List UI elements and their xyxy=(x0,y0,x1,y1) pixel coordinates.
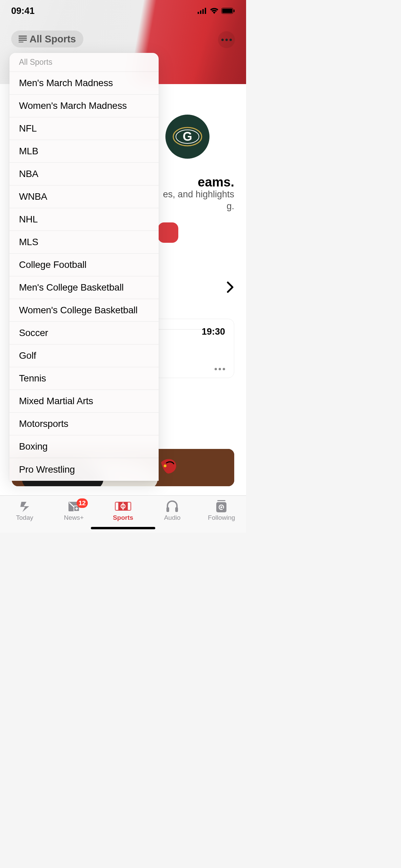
sport-item[interactable]: Pro Wrestling xyxy=(9,458,159,481)
newsplus-badge: 12 xyxy=(77,498,88,508)
sport-item[interactable]: Boxing xyxy=(9,435,159,458)
status-time: 09:41 xyxy=(11,6,35,16)
svg-rect-6 xyxy=(234,9,235,12)
svg-rect-21 xyxy=(116,502,118,510)
promo-cta-button[interactable] xyxy=(158,222,178,243)
all-sports-label: All Sports xyxy=(29,34,76,45)
status-bar: 09:41 xyxy=(0,0,246,22)
sports-dropdown: All Sports Men's March Madness Women's M… xyxy=(9,53,159,481)
card-more-icon[interactable] xyxy=(215,368,225,370)
svg-rect-26 xyxy=(175,507,178,512)
svg-rect-22 xyxy=(128,502,131,510)
sport-item[interactable]: Golf xyxy=(9,344,159,367)
sport-item[interactable]: MLS xyxy=(9,231,159,254)
sport-item[interactable]: MLB xyxy=(9,140,159,163)
svg-rect-27 xyxy=(217,500,225,501)
promo-title: eams. xyxy=(198,175,234,190)
dropdown-title: All Sports xyxy=(9,53,159,72)
svg-point-17 xyxy=(164,465,166,467)
tab-sports[interactable]: Sports xyxy=(98,500,147,521)
svg-rect-2 xyxy=(202,9,204,14)
audio-icon xyxy=(165,500,179,513)
svg-rect-1 xyxy=(200,11,201,14)
sport-item[interactable]: NBA xyxy=(9,163,159,185)
svg-rect-0 xyxy=(198,12,199,14)
tab-following-label: Following xyxy=(208,514,235,521)
tab-sports-label: Sports xyxy=(113,514,133,521)
svg-rect-3 xyxy=(205,8,206,14)
svg-text:G: G xyxy=(183,130,192,143)
more-options-button[interactable] xyxy=(218,31,235,48)
list-icon xyxy=(19,36,27,42)
svg-rect-10 xyxy=(19,42,23,42)
tab-audio-label: Audio xyxy=(164,514,181,521)
sport-item[interactable]: WNBA xyxy=(9,185,159,208)
tab-today-label: Today xyxy=(16,514,33,521)
game-time: 19:30 xyxy=(202,327,225,337)
sport-item[interactable]: College Football xyxy=(9,254,159,276)
sport-item[interactable]: Mixed Martial Arts xyxy=(9,390,159,413)
all-sports-pill[interactable]: All Sports xyxy=(11,31,83,47)
sport-item[interactable]: NFL xyxy=(9,117,159,140)
today-icon xyxy=(18,500,31,513)
sport-item[interactable]: Tennis xyxy=(9,367,159,390)
svg-rect-9 xyxy=(19,40,27,41)
sport-item[interactable]: Soccer xyxy=(9,322,159,344)
sport-item[interactable]: Motorsports xyxy=(9,413,159,435)
sport-item[interactable]: Women's College Basketball xyxy=(9,299,159,322)
tab-newsplus-label: News+ xyxy=(64,514,84,521)
svg-rect-8 xyxy=(19,38,27,39)
tab-following[interactable]: Following xyxy=(197,500,246,521)
svg-rect-25 xyxy=(166,507,169,512)
tab-today[interactable]: Today xyxy=(0,500,49,521)
sport-item[interactable]: Men's March Madness xyxy=(9,72,159,95)
sport-item[interactable]: Men's College Basketball xyxy=(9,276,159,299)
battery-icon xyxy=(221,8,235,14)
svg-rect-5 xyxy=(222,9,233,13)
following-icon xyxy=(215,500,227,513)
svg-rect-7 xyxy=(19,36,27,37)
status-indicators xyxy=(198,8,235,14)
wifi-icon xyxy=(210,8,219,14)
section-chevron[interactable] xyxy=(227,281,234,294)
sport-item[interactable]: Women's March Madness xyxy=(9,95,159,117)
cellular-icon xyxy=(198,8,207,14)
home-indicator[interactable] xyxy=(91,527,155,529)
sport-item[interactable]: NHL xyxy=(9,208,159,231)
tab-newsplus[interactable]: 12 News+ xyxy=(49,500,98,521)
promo-subtitle: es, and highlights g. xyxy=(163,189,234,212)
team-logo-packers: G xyxy=(165,115,209,159)
sports-icon xyxy=(114,500,132,513)
tab-audio[interactable]: Audio xyxy=(148,500,197,521)
